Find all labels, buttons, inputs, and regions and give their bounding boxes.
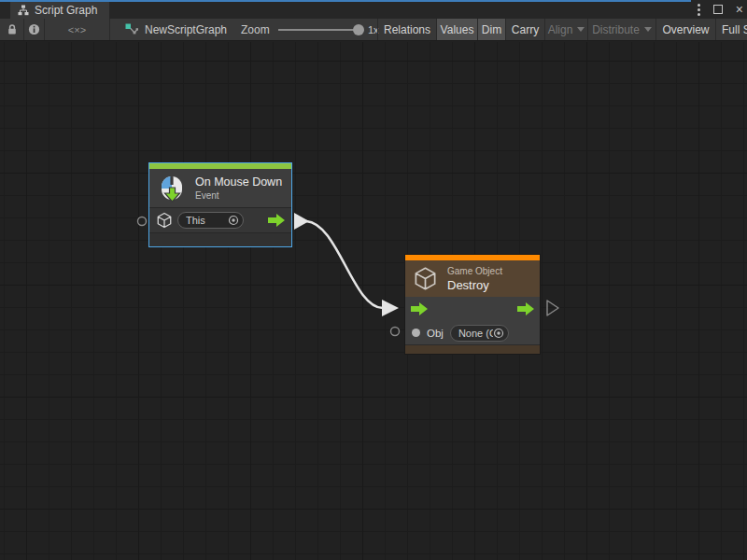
value-port-dot[interactable] [412,329,420,337]
zoom-label: Zoom [241,19,270,40]
script-graph-asset-icon [125,23,138,35]
overview-button[interactable]: Overview [656,19,716,40]
close-icon[interactable]: × [736,5,743,14]
object-field[interactable]: None (O [450,325,509,342]
graph-toolbar: <×> NewScriptGraph Zoom 1x Relations Val… [0,19,747,41]
node-footer [405,344,540,354]
graph-reference[interactable]: NewScriptGraph [125,19,227,40]
zoom-slider-track[interactable] [278,29,360,31]
window-menu-icon[interactable] [698,4,700,16]
target-field[interactable]: This [177,212,244,229]
mouse-down-icon [158,175,186,203]
align-label: Align [548,23,573,36]
graph-canvas[interactable]: On Mouse Down Event This [0,42,747,560]
external-output-port[interactable] [547,301,558,315]
maximize-icon[interactable] [713,5,723,14]
align-button[interactable]: Align [545,19,588,40]
gameobject-cube-icon [413,266,438,291]
tab-script-graph[interactable]: Script Graph [10,2,109,19]
object-picker-icon[interactable] [228,215,239,226]
flow-output-arrow-icon[interactable] [517,302,534,315]
node-destroy[interactable]: Game Object Destroy Obj None (O [404,254,541,355]
zoom-slider-handle[interactable] [353,24,364,35]
node-title: On Mouse Down [195,175,282,189]
wire-start-arrow[interactable] [294,213,309,230]
lock-button[interactable] [0,19,24,40]
flow-input-arrow-icon[interactable] [411,302,428,315]
info-button[interactable] [24,19,45,40]
node-footer [149,232,291,246]
node-title: Destroy [447,278,502,292]
fullscreen-button[interactable]: Full Screen [716,19,747,40]
dropdown-arrow-icon [577,27,585,32]
code-view-button[interactable]: <×> [45,19,110,40]
values-button[interactable]: Values [437,19,478,40]
node-port-row: This [149,207,291,232]
carry-button[interactable]: Carry [506,19,545,40]
graph-hierarchy-icon [18,5,29,16]
dim-button[interactable]: Dim [478,19,506,40]
node-header[interactable]: On Mouse Down Event [149,169,291,207]
node-kicker: Game Object [447,266,502,276]
gameobject-cube-icon [156,212,173,229]
target-field-value: This [186,215,228,226]
distribute-button[interactable]: Distribute [588,19,656,40]
relations-button[interactable]: Relations [378,19,437,40]
object-picker-icon[interactable] [493,328,504,339]
external-input-port[interactable] [138,217,147,226]
distribute-label: Distribute [592,23,640,36]
flow-port-row [405,297,540,321]
graph-name: NewScriptGraph [145,23,227,36]
lock-icon [7,23,18,35]
connections-overlay [0,42,747,560]
port-label: Obj [427,328,444,339]
node-header[interactable]: Game Object Destroy [405,260,540,297]
node-subtitle: Event [195,190,282,201]
node-on-mouse-down[interactable]: On Mouse Down Event This [148,162,292,247]
wire-end-arrow[interactable] [382,300,399,316]
tab-bar: Script Graph × [0,0,747,19]
info-icon [28,23,40,35]
external-input-port[interactable] [391,328,400,336]
value-port-row: Obj None (O [405,321,540,344]
object-field-value: None (O [458,328,493,339]
flow-output-arrow-icon[interactable] [268,214,285,227]
connection-wire[interactable] [306,221,383,308]
tab-title: Script Graph [35,4,97,17]
dropdown-arrow-icon [644,27,652,32]
